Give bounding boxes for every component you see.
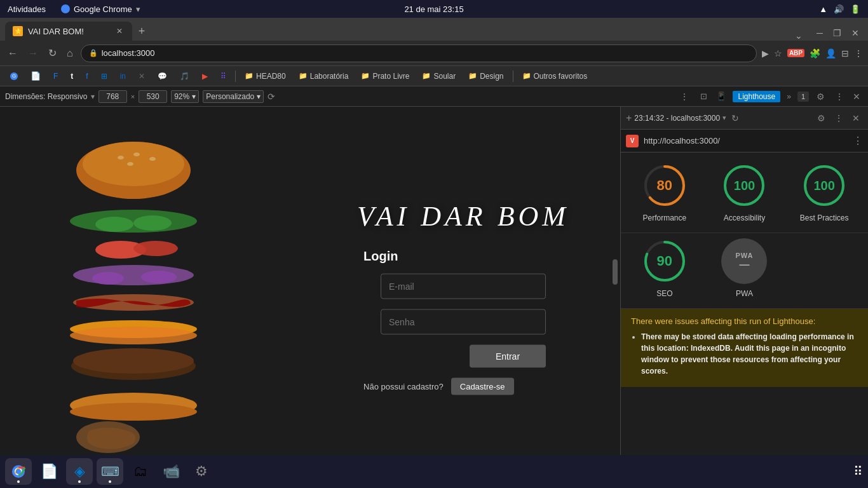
folder-icon6: 📁 bbox=[522, 72, 531, 80]
forward-button[interactable]: → bbox=[25, 45, 41, 62]
site-content: VAI DAR BOM Login Entrar Não possui cada… bbox=[0, 107, 620, 488]
taskbar-chrome[interactable] bbox=[5, 458, 32, 485]
seo-circle: 90 bbox=[642, 238, 688, 284]
close-button[interactable]: ✕ bbox=[848, 25, 863, 41]
browser-dropdown-icon[interactable]: ▾ bbox=[136, 4, 140, 14]
zoom-selector[interactable]: 92% ▾ bbox=[171, 90, 199, 103]
bookmark-spotify[interactable]: 🎵 bbox=[175, 70, 194, 83]
device-icon[interactable]: 📱 bbox=[714, 90, 729, 102]
bookmark-yt[interactable]: ▶ bbox=[197, 70, 213, 83]
minimize-button[interactable]: ─ bbox=[813, 25, 827, 41]
bookmark-ms[interactable]: ⊞ bbox=[96, 70, 112, 83]
notification-badge: 1 bbox=[797, 92, 809, 102]
taskbar-settings[interactable]: ⚙ bbox=[188, 458, 215, 485]
lettuce-layer bbox=[70, 210, 197, 233]
devtools-session-arrow[interactable]: ▾ bbox=[722, 114, 726, 122]
width-input[interactable] bbox=[98, 90, 127, 103]
bookmark-soular[interactable]: 📁 Soular bbox=[417, 70, 461, 83]
register-row: Não possui cadastro? Cadastre-se bbox=[363, 378, 514, 395]
taskbar-apps-grid[interactable]: ⠿ bbox=[853, 464, 863, 479]
bookmark-li[interactable]: in bbox=[115, 70, 131, 83]
profile-icon[interactable]: 👤 bbox=[825, 48, 836, 58]
scroll-indicator[interactable] bbox=[613, 259, 618, 285]
bookmark-msg[interactable]: 💬 bbox=[153, 70, 172, 83]
bookmark-x[interactable]: ✕ bbox=[133, 70, 150, 83]
cast-icon[interactable]: ▶ bbox=[762, 48, 769, 58]
devtools-panel-toolbar: + 23:14:32 - localhost:3000 ▾ ↻ ⚙ ⋮ ✕ bbox=[621, 107, 868, 130]
devtools-add-button[interactable]: + bbox=[626, 112, 632, 124]
address-field[interactable]: 🔒 localhost:3000 bbox=[81, 44, 757, 62]
bookmark-t[interactable]: t bbox=[65, 70, 78, 83]
bookmark-laboratorio[interactable]: 📁 Laboratória bbox=[294, 70, 354, 83]
devtools-panel-options[interactable]: ⋮ bbox=[831, 111, 846, 125]
bm-prato-label: Prato Livre bbox=[372, 72, 409, 81]
lighthouse-more-icon[interactable]: ⋮ bbox=[853, 135, 863, 147]
svg-point-2 bbox=[149, 157, 156, 161]
lighthouse-active-tab[interactable]: Lighthouse bbox=[733, 91, 780, 102]
home-button[interactable]: ⌂ bbox=[64, 45, 76, 62]
devtools-panel-settings[interactable]: ⚙ bbox=[814, 111, 829, 125]
bookmark-prato[interactable]: 📁 Prato Livre bbox=[356, 70, 414, 83]
performance-circle: 80 bbox=[642, 163, 688, 208]
accessibility-circle: 100 bbox=[721, 163, 767, 208]
taskbar-files[interactable]: 📄 bbox=[36, 458, 62, 485]
bookmark-head80[interactable]: 📁 HEAD80 bbox=[240, 70, 291, 83]
taskbar-terminal[interactable]: ⌨ bbox=[97, 458, 123, 485]
bookmark-grid[interactable]: ⠿ bbox=[215, 70, 231, 83]
tab-close-button[interactable]: ✕ bbox=[114, 26, 125, 36]
best-practices-label: Best Practices bbox=[800, 214, 849, 222]
chrome-active-indicator bbox=[17, 480, 20, 483]
sidebar-icon[interactable]: ⊟ bbox=[841, 48, 849, 58]
bookmark-g[interactable]: G bbox=[5, 71, 23, 82]
taskbar-vscode[interactable]: ◈ bbox=[66, 458, 93, 485]
restore-button[interactable]: ❐ bbox=[829, 25, 845, 41]
zoom-arrow: ▾ bbox=[192, 92, 196, 101]
bookmark-design[interactable]: 📁 Design bbox=[463, 70, 508, 83]
lighthouse-scores-row1: 80 Performance 100 Accessibility bbox=[621, 152, 868, 233]
menu-icon[interactable]: ⋮ bbox=[854, 48, 863, 58]
email-input[interactable] bbox=[381, 274, 546, 299]
taskbar-zoom[interactable]: 📹 bbox=[158, 458, 184, 485]
abp-icon[interactable]: ABP bbox=[787, 49, 804, 57]
reload-button[interactable]: ↻ bbox=[46, 44, 59, 62]
taskbar-filemanager[interactable]: 🗂 bbox=[127, 458, 154, 485]
rotate-icon[interactable]: ⟳ bbox=[268, 92, 275, 102]
os-activities[interactable]: Atividades Google Chrome ▾ bbox=[8, 4, 140, 14]
active-tab[interactable]: ⭐ VAI DAR BOM! ✕ bbox=[5, 22, 132, 41]
inspect-icon[interactable]: ⊡ bbox=[698, 90, 710, 102]
back-button[interactable]: ← bbox=[5, 45, 20, 62]
bm-head80-label: HEAD80 bbox=[256, 72, 286, 81]
burger-image bbox=[51, 107, 216, 488]
devtools-panel: + 23:14:32 - localhost:3000 ▾ ↻ ⚙ ⋮ ✕ V … bbox=[620, 107, 868, 488]
devtools-reload-icon[interactable]: ↻ bbox=[731, 113, 739, 123]
star-icon[interactable]: ☆ bbox=[774, 48, 782, 58]
score-accessibility: 100 Accessibility bbox=[709, 163, 781, 222]
extensions-icon[interactable]: 🧩 bbox=[810, 48, 820, 58]
svg-point-5 bbox=[133, 215, 172, 231]
dt-close-icon[interactable]: ✕ bbox=[850, 90, 863, 103]
tabs-dropdown-button[interactable]: ⌄ bbox=[790, 30, 808, 41]
bookmark-docs[interactable]: 📄 bbox=[25, 69, 46, 83]
password-input[interactable] bbox=[381, 309, 546, 335]
responsive-dropdown-icon[interactable]: ▾ bbox=[91, 92, 95, 101]
vscode-icon: ◈ bbox=[74, 463, 85, 480]
bookmark-outros[interactable]: 📁 Outros favoritos bbox=[517, 70, 593, 83]
seo-label: SEO bbox=[656, 289, 672, 298]
panels-more-button[interactable]: » bbox=[784, 91, 794, 102]
performance-score: 80 bbox=[657, 177, 672, 194]
new-tab-button[interactable]: + bbox=[132, 22, 151, 41]
browser-tabs-bar: ⭐ VAI DAR BOM! ✕ + ⌄ ─ ❐ ✕ bbox=[0, 18, 868, 41]
login-button[interactable]: Entrar bbox=[470, 345, 546, 368]
bookmark-f[interactable]: F bbox=[48, 70, 63, 83]
folder-icon: 📁 bbox=[245, 72, 254, 80]
dt-more-icon[interactable]: ⋮ bbox=[677, 90, 691, 103]
register-button[interactable]: Cadastre-se bbox=[451, 378, 514, 395]
custom-selector[interactable]: Personalizado ▾ bbox=[203, 90, 264, 103]
bookmark-fb2[interactable]: f bbox=[81, 70, 93, 83]
settings-icon[interactable]: ⚙ bbox=[813, 90, 829, 103]
folder-icon2: 📁 bbox=[299, 72, 308, 80]
terminal-active-indicator bbox=[109, 480, 111, 483]
height-input[interactable] bbox=[139, 90, 167, 103]
devtools-panel-close[interactable]: ✕ bbox=[849, 111, 863, 125]
dt-settings2-icon[interactable]: ⋮ bbox=[832, 90, 846, 103]
